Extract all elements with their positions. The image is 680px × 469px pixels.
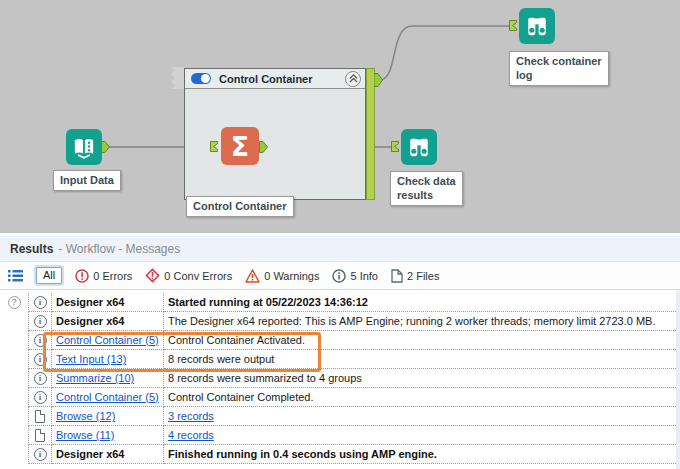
- message-cell: Finished running in 0.4 seconds using AM…: [164, 445, 680, 464]
- message-cell: Control Container Activated.: [164, 331, 680, 350]
- message-text: Started running at 05/22/2023 14:36:12: [168, 296, 368, 308]
- info-icon: i: [34, 448, 47, 461]
- row-icon-cell: [28, 407, 52, 426]
- list-view-icon[interactable]: [8, 269, 23, 282]
- message-text: Control Container Completed.: [168, 391, 314, 403]
- message-cell: Started running at 05/22/2023 14:36:12: [164, 293, 680, 312]
- tool-cell: Text Input (13): [52, 350, 164, 369]
- row-gutter: [0, 331, 28, 350]
- input-data-output-anchor[interactable]: [101, 141, 110, 153]
- table-row: iControl Container (5)Control Container …: [0, 388, 680, 407]
- message-text: Control Container Activated.: [168, 334, 305, 346]
- sigma-icon: Σ: [231, 133, 249, 160]
- tool-name: Designer x64: [56, 296, 124, 308]
- row-gutter: [0, 350, 28, 369]
- check-log-browse-tool[interactable]: [519, 8, 555, 44]
- tool-link[interactable]: Browse (11): [56, 429, 114, 441]
- filter-files-button[interactable]: 2 Files: [391, 269, 439, 283]
- container-enabled-toggle[interactable]: [191, 73, 211, 84]
- grid-right-strip: [676, 290, 680, 469]
- message-cell: The Designer x64 reported: This is AMP E…: [164, 312, 680, 331]
- table-row: Browse (12)3 records: [0, 407, 680, 426]
- summarize-output-anchor[interactable]: [259, 141, 268, 153]
- results-panel-header: Results - Workflow - Messages: [0, 236, 680, 262]
- summarize-tool[interactable]: Σ: [221, 127, 259, 165]
- message-cell: 8 records were output: [164, 350, 680, 369]
- message-text: Finished running in 0.4 seconds using AM…: [168, 448, 437, 460]
- info-icon: i: [34, 353, 47, 366]
- row-gutter: [0, 312, 28, 331]
- chevron-up-icon: [349, 74, 358, 83]
- input-data-tool[interactable]: [66, 129, 102, 165]
- table-row: iSummarize (10)8 records were summarized…: [0, 369, 680, 388]
- control-container-header: Control Container: [185, 69, 365, 89]
- row-icon-cell: i: [28, 331, 52, 350]
- tool-link[interactable]: Browse (12): [56, 410, 115, 422]
- check-data-browse-tool[interactable]: [401, 129, 437, 165]
- check-log-label: Check container log: [509, 51, 609, 86]
- tool-cell: Control Container (5): [52, 388, 164, 407]
- info-icon: [332, 269, 346, 283]
- table-row: Browse (11)4 records: [0, 426, 680, 445]
- tool-link[interactable]: Text Input (13): [56, 353, 126, 365]
- filter-warnings-button[interactable]: 0 Warnings: [245, 269, 319, 283]
- results-title: Results: [10, 242, 53, 256]
- row-icon-cell: i: [28, 369, 52, 388]
- row-gutter: [0, 407, 28, 426]
- tool-cell: Designer x64: [52, 312, 164, 331]
- row-gutter: [0, 426, 28, 445]
- message-link[interactable]: 4 records: [168, 429, 214, 441]
- info-icon: i: [34, 296, 47, 309]
- results-breadcrumb: - Workflow - Messages: [58, 242, 180, 256]
- tool-link[interactable]: Control Container (5): [56, 391, 159, 403]
- tool-cell: Browse (11): [52, 426, 164, 445]
- message-text: The Designer x64 reported: This is AMP E…: [168, 315, 656, 327]
- container-collapse-button[interactable]: [345, 71, 361, 87]
- summarize-input-anchor[interactable]: [210, 141, 218, 152]
- check-data-label: Check data results: [390, 171, 463, 206]
- container-title: Control Container: [219, 73, 345, 85]
- row-icon-cell: [28, 426, 52, 445]
- table-row: iDesigner x64The Designer x64 reported: …: [0, 312, 680, 331]
- filter-info-button[interactable]: 5 Info: [332, 269, 378, 283]
- control-container[interactable]: Control Container: [184, 68, 366, 200]
- binoculars-icon: [404, 132, 434, 162]
- container-output-anchor[interactable]: [374, 73, 383, 87]
- tool-link[interactable]: Summarize (10): [56, 372, 134, 384]
- table-row: iDesigner x64Finished running in 0.4 sec…: [0, 445, 680, 464]
- conv-error-icon: [145, 268, 160, 283]
- info-icon: i: [34, 372, 47, 385]
- row-icon-cell: i: [28, 293, 52, 312]
- tool-cell: Control Container (5): [52, 331, 164, 350]
- binoculars-icon: [522, 11, 552, 41]
- file-icon: [35, 410, 45, 423]
- check-log-input-anchor[interactable]: [509, 20, 517, 31]
- info-icon: i: [34, 315, 47, 328]
- tool-cell: Designer x64: [52, 293, 164, 312]
- file-icon: [35, 429, 45, 442]
- results-grid: ?iDesigner x64Started running at 05/22/2…: [0, 290, 680, 469]
- table-row: ?iDesigner x64Started running at 05/22/2…: [0, 293, 680, 312]
- filter-conv-errors-button[interactable]: 0 Conv Errors: [145, 268, 232, 283]
- row-gutter: [0, 369, 28, 388]
- tool-cell: Summarize (10): [52, 369, 164, 388]
- table-row: iText Input (13)8 records were output: [0, 350, 680, 369]
- filter-all-button[interactable]: All: [36, 267, 62, 284]
- alteryx-designer-window: Control Container: [0, 0, 680, 469]
- tool-cell: Designer x64: [52, 445, 164, 464]
- message-link[interactable]: 3 records: [168, 410, 214, 422]
- table-row: iControl Container (5)Control Container …: [0, 331, 680, 350]
- input-data-label: Input Data: [53, 170, 121, 191]
- workflow-canvas[interactable]: Control Container: [0, 0, 680, 233]
- tool-link[interactable]: Control Container (5): [56, 334, 159, 346]
- book-icon: [69, 132, 99, 162]
- tool-name: Designer x64: [56, 448, 124, 460]
- check-data-input-anchor[interactable]: [391, 141, 399, 152]
- filter-errors-button[interactable]: 0 Errors: [75, 269, 132, 283]
- message-text: 8 records were summarized to 4 groups: [168, 372, 362, 384]
- tool-cell: Browse (12): [52, 407, 164, 426]
- container-output-bar: [366, 68, 375, 200]
- message-cell: 8 records were summarized to 4 groups: [164, 369, 680, 388]
- message-cell: 4 records: [164, 426, 680, 445]
- row-icon-cell: i: [28, 445, 52, 464]
